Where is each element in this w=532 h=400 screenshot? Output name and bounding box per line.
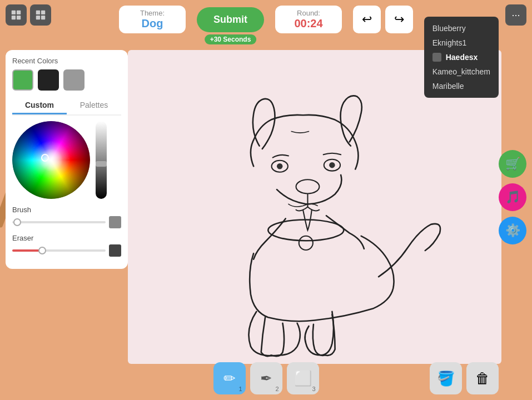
submit-bonus: +30 Seconds [205,34,257,44]
theme-value: Dog [130,17,175,30]
eraser-slider-thumb[interactable] [38,247,46,254]
color-swatches [12,69,121,91]
eraser-tool-icon: ⬜ [294,370,312,387]
recent-colors-label: Recent Colors [12,57,121,65]
brush-tool-icon: ✏ [223,370,236,387]
pencil-tool-button[interactable]: ✒ 2 [250,362,282,394]
swatch-black[interactable] [38,69,59,91]
brush-slider-track[interactable] [12,221,106,223]
brush-row: Brush [12,206,121,228]
delete-button[interactable]: 🗑 [466,362,499,394]
round-box: Round: 00:24 [275,6,342,33]
round-label: Round: [286,9,331,17]
player-name: Blueberry [432,24,466,33]
swatch-green[interactable] [12,69,33,91]
color-picker-area [12,121,121,199]
music-icon-button[interactable]: 🎵 [499,183,526,211]
brush-tool-button[interactable]: ✏ 1 [213,362,246,394]
settings-icon-button[interactable]: ⚙️ [499,217,526,244]
brightness-track [96,121,107,199]
player-item: Kameo_kittchem [424,64,499,79]
brush-tool-number: 1 [238,386,242,392]
eraser-tool-button[interactable]: ⬜ 3 [287,362,319,394]
submit-button[interactable]: Submit +30 Seconds [197,7,264,32]
eraser-slider-track[interactable] [12,249,106,252]
eraser-size-icon [109,244,121,257]
player-icon [432,53,441,62]
bottom-right-tools: 🪣 🗑 [430,362,499,394]
brush-size-icon [109,216,121,228]
color-tabs: Custom Palettes [12,97,121,116]
player-name-active: Haedesx [446,53,478,62]
tab-custom[interactable]: Custom [12,97,67,114]
swatch-gray[interactable] [63,69,84,91]
player-item: Eknights1 [424,36,499,50]
eraser-label: Eraser [12,234,121,242]
player-item: Blueberry [424,21,499,36]
fill-button[interactable]: 🪣 [430,362,462,394]
eraser-row: Eraser [12,234,121,257]
pencil-tool-icon: ✒ [260,370,272,387]
brightness-thumb[interactable] [96,161,107,167]
undo-button[interactable]: ↩ [353,6,381,33]
color-wheel[interactable] [12,121,90,199]
tab-palettes[interactable]: Palettes [67,97,121,114]
cart-icon-button[interactable]: 🛒 [499,150,526,178]
player-name: Kameo_kittchem [432,67,490,76]
svg-point-13 [277,163,282,169]
redo-button[interactable]: ↪ [385,6,413,33]
undo-redo-group: ↩ ↪ [353,6,413,33]
left-panel: Recent Colors Custom Palettes Brush [6,50,128,269]
svg-point-15 [329,162,335,168]
svg-point-9 [299,236,313,250]
brightness-slider[interactable] [96,121,107,199]
brush-label: Brush [12,206,121,214]
player-item: Maribelle [424,79,499,93]
player-name: Eknights1 [432,38,466,47]
player-item-active: Haedesx [424,50,499,64]
eraser-tool-number: 3 [312,386,315,392]
pencil-tool-number: 2 [275,386,279,392]
theme-box: Theme: Dog [119,6,186,33]
svg-point-10 [296,179,320,193]
players-list: Blueberry Eknights1 Haedesx Kameo_kittch… [424,17,499,98]
theme-label: Theme: [130,9,175,17]
right-side-icons: 🛒 🎵 ⚙️ [499,150,526,244]
player-name: Maribelle [432,82,464,91]
bottom-toolbar: ✏ 1 ✒ 2 ⬜ 3 [213,362,319,394]
brush-slider-thumb[interactable] [13,218,21,226]
round-value: 00:24 [286,17,331,30]
